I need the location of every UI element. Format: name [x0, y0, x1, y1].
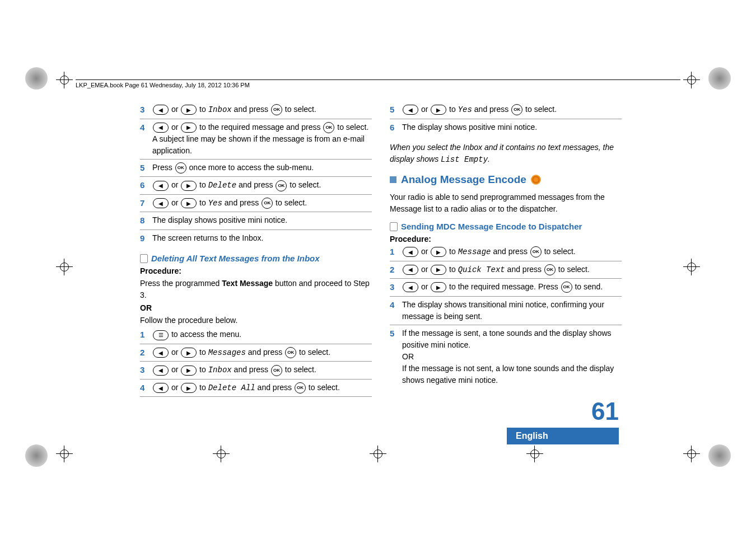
- left-arrow-button-icon: ◀: [153, 366, 169, 376]
- ok-button-icon: OK: [262, 198, 273, 209]
- left-arrow-button-icon: ◀: [403, 247, 418, 257]
- analog-indicator-icon: [531, 175, 541, 185]
- right-arrow-button-icon: ▶: [431, 247, 446, 257]
- menu-option: Delete: [208, 181, 236, 190]
- step-row: 1 ☰ to access the menu.: [140, 329, 372, 344]
- crosshair-icon: [683, 259, 700, 275]
- menu-option: Yes: [458, 105, 472, 114]
- right-arrow-button-icon: ▶: [181, 383, 197, 393]
- left-arrow-button-icon: ◀: [153, 348, 169, 358]
- step-number: 8: [140, 214, 152, 227]
- step-text: The display shows positive mini notice.: [402, 121, 622, 133]
- crosshair-icon: [56, 72, 73, 88]
- step-text: The display shows transitional mini noti…: [402, 299, 622, 322]
- step-row: 4 ◀ or ▶ to Delete All and press OK to s…: [140, 382, 372, 397]
- right-arrow-button-icon: ▶: [181, 181, 197, 191]
- step-number: 2: [390, 264, 402, 277]
- step-row: 4 The display shows transitional mini no…: [390, 299, 622, 325]
- print-registration-mark: [25, 444, 48, 467]
- ok-button-icon: OK: [561, 282, 572, 293]
- page-number: 61: [507, 397, 619, 425]
- left-arrow-button-icon: ◀: [153, 123, 169, 133]
- step-extra-note: A subject line may be shown if the messa…: [152, 133, 372, 157]
- step-number: 5: [140, 162, 152, 175]
- left-arrow-button-icon: ◀: [403, 282, 418, 292]
- crosshair-icon: [683, 446, 700, 462]
- section-title: Analog Message Encode: [401, 174, 526, 186]
- step-row: 1 ◀ or ▶ to Message and press OK to sele…: [390, 246, 622, 261]
- right-arrow-button-icon: ▶: [431, 265, 446, 275]
- ok-button-icon: OK: [276, 180, 287, 191]
- section-header: Analog Message Encode: [390, 174, 622, 186]
- right-arrow-button-icon: ▶: [181, 348, 197, 358]
- crosshair-icon: [370, 446, 386, 462]
- crosshair-icon: [526, 446, 543, 462]
- instruction-text: Follow the procedure below.: [140, 315, 372, 326]
- left-arrow-button-icon: ◀: [153, 181, 169, 191]
- ok-button-icon: OK: [544, 264, 556, 275]
- left-arrow-button-icon: ◀: [403, 265, 418, 275]
- instruction-text: Press the programmed Text Message button…: [140, 278, 372, 301]
- procedure-label: Procedure:: [140, 266, 372, 275]
- step-row: 3 ◀ or ▶ to the required message. Press …: [390, 281, 622, 297]
- ok-button-icon: OK: [271, 104, 282, 115]
- menu-option: Yes: [208, 199, 222, 208]
- step-number: 9: [140, 232, 152, 245]
- step-row: 2 ◀ or ▶ to Messages and press OK to sel…: [140, 346, 372, 362]
- language-tab: English: [507, 428, 619, 444]
- step-row: 9 The screen returns to the Inbox.: [140, 232, 372, 247]
- step-row: 2 ◀ or ▶ to Quick Text and press OK to s…: [390, 264, 622, 279]
- right-arrow-button-icon: ▶: [181, 198, 197, 208]
- step-number: 7: [140, 197, 152, 210]
- section-description: Your radio is able to send preprogrammed…: [390, 191, 622, 215]
- step-row: 3 ◀ or ▶ to Inbox and press OK to select…: [140, 104, 372, 119]
- step-row: 7 ◀ or ▶ to Yes and press OK to select.: [140, 197, 372, 213]
- print-registration-mark: [708, 444, 731, 467]
- clipboard-icon: [140, 254, 148, 263]
- or-label: OR: [402, 351, 622, 363]
- step-row: 4 ◀ or ▶ to the required message and pre…: [140, 121, 372, 160]
- sub-section-header: Deleting All Text Messages from the Inbo…: [140, 254, 372, 263]
- menu-option: Quick Text: [458, 265, 505, 274]
- crosshair-icon: [683, 72, 700, 88]
- crosshair-icon: [56, 446, 73, 462]
- crosshair-icon: [56, 259, 73, 275]
- step-row: 5 If the message is sent, a tone sounds …: [390, 327, 622, 388]
- or-label: OR: [140, 303, 372, 312]
- procedure-label: Procedure:: [390, 235, 622, 243]
- header-rule: [76, 79, 680, 80]
- left-column: 3 ◀ or ▶ to Inbox and press OK to select…: [140, 104, 372, 399]
- main-content: 3 ◀ or ▶ to Inbox and press OK to select…: [140, 104, 622, 399]
- italic-note: When you select the Inbox and it contain…: [390, 142, 622, 166]
- sub-section-title: Sending MDC Message Encode to Dispatcher: [401, 222, 582, 231]
- right-arrow-button-icon: ▶: [181, 366, 197, 376]
- step-number: 4: [390, 299, 402, 312]
- ok-button-icon: OK: [323, 122, 334, 133]
- ok-button-icon: OK: [285, 347, 296, 358]
- right-arrow-button-icon: ▶: [181, 123, 197, 133]
- step-number: 3: [140, 104, 152, 116]
- menu-option: Message: [458, 247, 491, 256]
- section-bullet-icon: [390, 176, 396, 183]
- step-text: If the message is sent, a tone sounds an…: [402, 327, 622, 351]
- page-header: LKP_EMEA.book Page 61 Wednesday, July 18…: [76, 82, 250, 88]
- step-number: 6: [140, 179, 152, 192]
- right-arrow-button-icon: ▶: [431, 105, 446, 115]
- step-row: 6 The display shows positive mini notice…: [390, 121, 622, 137]
- menu-option: Inbox: [208, 105, 232, 114]
- ok-button-icon: OK: [511, 104, 522, 115]
- step-text: The display shows positive mini notice.: [152, 214, 372, 226]
- step-number: 3: [390, 281, 402, 294]
- sub-section-title: Deleting All Text Messages from the Inbo…: [151, 254, 320, 263]
- ok-button-icon: OK: [295, 382, 306, 394]
- clipboard-icon: [390, 222, 398, 231]
- step-row: 8 The display shows positive mini notice…: [140, 214, 372, 230]
- right-arrow-button-icon: ▶: [181, 105, 197, 115]
- step-row: 5 Press OK once more to access the sub-m…: [140, 162, 372, 177]
- ok-button-icon: OK: [530, 246, 542, 257]
- menu-option: Inbox: [208, 366, 232, 374]
- right-arrow-button-icon: ▶: [431, 282, 446, 292]
- step-text: The screen returns to the Inbox.: [152, 232, 372, 244]
- step-number: 3: [140, 364, 152, 377]
- step-number: 5: [390, 104, 402, 116]
